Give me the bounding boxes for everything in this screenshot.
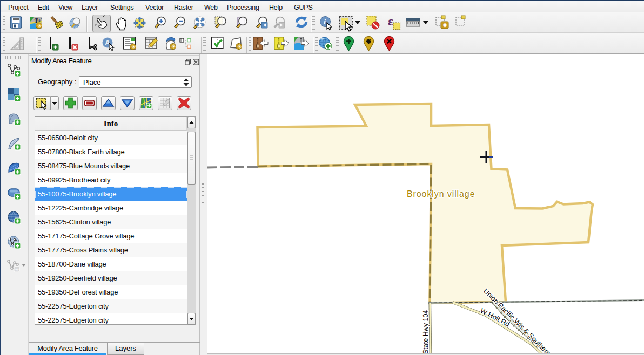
svg-text:Brooklyn village: Brooklyn village xyxy=(407,189,475,199)
svg-text:State Hwy 104: State Hwy 104 xyxy=(422,310,430,354)
svg-text:✳: ✳ xyxy=(37,23,42,29)
svg-text:✳: ✳ xyxy=(15,267,19,272)
svg-text:✳: ✳ xyxy=(131,44,136,50)
svg-text:ε: ε xyxy=(388,14,393,28)
svg-text:✳: ✳ xyxy=(171,43,176,50)
svg-text:✳: ✳ xyxy=(237,43,242,50)
svg-text:✹: ✹ xyxy=(442,22,448,29)
